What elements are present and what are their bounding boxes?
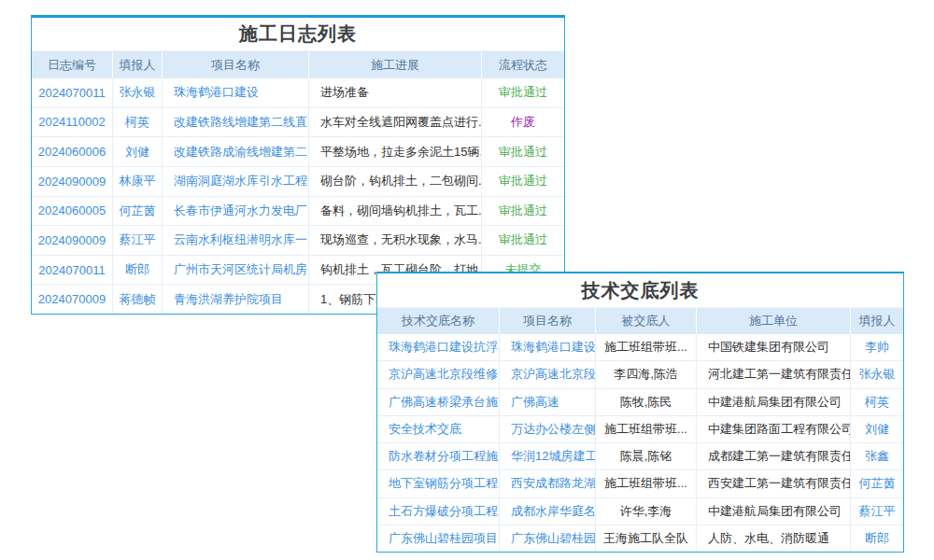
table-row: 2024090009蔡江平云南水利枢纽潜明水库一...现场巡查，无积水现象，水马… (32, 225, 564, 255)
cell-log-id[interactable]: 2024070011 (32, 256, 113, 285)
cell-disclosure-name[interactable]: 地下室钢筋分项工程... (377, 470, 500, 497)
cell-progress: 进场准备 (309, 78, 482, 107)
cell-reporter[interactable]: 蔡江平 (113, 226, 163, 255)
technical-disclosure-header-row: 技术交底名称项目名称被交底人施工单位填报人 (377, 308, 903, 334)
cell-disclosure-name[interactable]: 广东佛山碧桂园项目... (377, 525, 500, 552)
cell-log-id[interactable]: 2024070009 (32, 285, 113, 314)
cell-unit: 成都建工第一建筑有限责任公司 (697, 443, 851, 469)
table-row: 2024060006刘健改建铁路成渝线增建第二...平整场地，拉走多余泥土15辆… (32, 136, 564, 166)
cell-reporter[interactable]: 何芷茵 (851, 470, 903, 497)
cell-project[interactable]: 改建铁路成渝线增建第二... (163, 137, 309, 166)
table-row: 安全技术交底万达办公楼左侧A...施工班组带班...中建集团路面工程有限公司刘健 (377, 415, 903, 442)
cell-unit: 中国铁建集团有限公司 (697, 334, 851, 360)
cell-project[interactable]: 成都水岸华庭名苑... (500, 498, 596, 525)
column-header-status: 流程状态 (482, 51, 564, 78)
technical-disclosure-body: 珠海鹤港口建设抗浮...珠海鹤港口建设施工班组带班...中国铁建集团有限公司李帅… (377, 334, 903, 552)
cell-reporter[interactable]: 刘健 (851, 416, 903, 442)
cell-project[interactable]: 青海洪湖养护院项目 (163, 285, 309, 314)
table-row: 珠海鹤港口建设抗浮...珠海鹤港口建设施工班组带班...中国铁建集团有限公司李帅 (377, 334, 903, 360)
cell-project[interactable]: 京沪高速北京段维修 (500, 361, 596, 387)
cell-disclosure-name[interactable]: 广佛高速桥梁承台施... (377, 389, 500, 415)
cell-project[interactable]: 改建铁路线增建第二线直... (163, 108, 309, 137)
column-header-reporter: 填报人 (113, 51, 163, 78)
cell-reporter[interactable]: 蔡江平 (851, 498, 903, 525)
cell-log-id[interactable]: 2024110002 (32, 108, 113, 137)
cell-status: 审批通过 (482, 137, 564, 166)
cell-reporter[interactable]: 柯英 (113, 108, 163, 137)
table-row: 土石方爆破分项工程...成都水岸华庭名苑...许华,李海中建港航局集团有限公司蔡… (377, 497, 903, 525)
cell-log-id[interactable]: 2024070011 (32, 78, 113, 107)
column-header-project: 项目名称 (163, 51, 309, 78)
cell-reporter[interactable]: 张永银 (851, 361, 903, 387)
cell-progress: 砌台阶，钩机排土，二包砌间... (309, 167, 482, 196)
cell-unit: 中建港航局集团有限公司 (697, 498, 851, 525)
cell-log-id[interactable]: 2024060005 (32, 197, 113, 226)
table-row: 防水卷材分项工程施...华润12城房建工...陈晨,陈铭成都建工第一建筑有限责任… (377, 442, 903, 469)
cell-disclosure-name[interactable]: 土石方爆破分项工程... (377, 498, 500, 525)
column-header-receiver: 被交底人 (596, 308, 697, 334)
cell-project[interactable]: 湖南洞庭湖水库引水工程... (163, 167, 309, 196)
construction-log-header-row: 日志编号填报人项目名称施工进展流程状态 (32, 51, 564, 78)
cell-status: 审批通过 (482, 167, 564, 196)
cell-unit: 河北建工第一建筑有限责任公司 (697, 361, 851, 387)
technical-disclosure-panel: 技术交底列表 技术交底名称项目名称被交底人施工单位填报人 珠海鹤港口建设抗浮..… (376, 272, 904, 553)
cell-receiver: 王海施工队全队 (596, 525, 697, 552)
cell-project[interactable]: 长春市伊通河水力发电厂... (163, 197, 309, 226)
cell-project[interactable]: 珠海鹤港口建设 (163, 78, 309, 107)
cell-project[interactable]: 广佛高速 (500, 389, 596, 415)
cell-progress: 水车对全线遮阳网覆盖点进行... (309, 108, 482, 137)
cell-reporter[interactable]: 蒋德帧 (113, 285, 163, 314)
column-header-reporter: 填报人 (851, 308, 903, 334)
cell-unit: 中建港航局集团有限公司 (697, 389, 851, 415)
cell-reporter[interactable]: 林康平 (113, 167, 163, 196)
table-row: 2024060005何芷茵长春市伊通河水力发电厂...备料，砌间墙钩机排土，瓦工… (32, 196, 564, 226)
cell-receiver: 施工班组带班... (596, 334, 697, 360)
cell-reporter[interactable]: 李帅 (851, 334, 903, 360)
cell-progress: 平整场地，拉走多余泥土15辆... (309, 137, 482, 166)
cell-unit: 人防、水电、消防暖通 (697, 525, 851, 552)
cell-status: 审批通过 (482, 197, 564, 226)
cell-status: 作废 (482, 108, 564, 137)
cell-status: 审批通过 (482, 78, 564, 107)
table-row: 2024110002柯英改建铁路线增建第二线直...水车对全线遮阳网覆盖点进行.… (32, 107, 564, 137)
cell-disclosure-name[interactable]: 安全技术交底 (377, 416, 500, 442)
cell-reporter[interactable]: 柯英 (851, 389, 903, 415)
column-header-log-id: 日志编号 (32, 51, 113, 78)
cell-project[interactable]: 西安成都路龙湖上... (500, 470, 596, 497)
cell-progress: 备料，砌间墙钩机排土，瓦工... (309, 197, 482, 226)
cell-disclosure-name[interactable]: 珠海鹤港口建设抗浮... (377, 334, 500, 360)
table-row: 地下室钢筋分项工程...西安成都路龙湖上...施工班组带班...西安建工第一建筑… (377, 469, 903, 497)
cell-log-id[interactable]: 2024090009 (32, 226, 113, 255)
cell-project[interactable]: 华润12城房建工... (500, 443, 596, 469)
cell-project[interactable]: 云南水利枢纽潜明水库一... (163, 226, 309, 255)
cell-project[interactable]: 广东佛山碧桂园项目 (500, 525, 596, 552)
column-header-unit: 施工单位 (697, 308, 851, 334)
cell-project[interactable]: 珠海鹤港口建设 (500, 334, 596, 360)
cell-log-id[interactable]: 2024060006 (32, 137, 113, 166)
cell-receiver: 许华,李海 (596, 498, 697, 525)
technical-disclosure-title: 技术交底列表 (377, 273, 903, 308)
column-header-progress: 施工进展 (309, 51, 482, 78)
cell-unit: 西安建工第一建筑有限责任公司 (697, 470, 851, 497)
cell-log-id[interactable]: 2024090009 (32, 167, 113, 196)
cell-reporter[interactable]: 刘健 (113, 137, 163, 166)
table-row: 广东佛山碧桂园项目...广东佛山碧桂园项目王海施工队全队人防、水电、消防暖通断郎 (377, 525, 903, 552)
cell-reporter[interactable]: 断郎 (851, 525, 903, 552)
table-row: 2024090009林康平湖南洞庭湖水库引水工程...砌台阶，钩机排土，二包砌间… (32, 166, 564, 196)
cell-reporter[interactable]: 何芷茵 (113, 197, 163, 226)
cell-project[interactable]: 万达办公楼左侧A... (500, 416, 596, 442)
cell-project[interactable]: 广州市天河区统计局机房... (163, 256, 309, 285)
cell-reporter[interactable]: 张永银 (113, 78, 163, 107)
cell-disclosure-name[interactable]: 京沪高速北京段维修... (377, 361, 500, 387)
cell-receiver: 陈晨,陈铭 (596, 443, 697, 469)
construction-log-panel: 施工日志列表 日志编号填报人项目名称施工进展流程状态 2024070011张永银… (31, 15, 565, 315)
table-row: 2024070011张永银珠海鹤港口建设进场准备审批通过 (32, 78, 564, 107)
cell-receiver: 陈牧,陈民 (596, 389, 697, 415)
cell-reporter[interactable]: 张鑫 (851, 443, 903, 469)
cell-receiver: 李四海,陈浩 (596, 361, 697, 387)
column-header-disclosure-name: 技术交底名称 (377, 308, 500, 334)
cell-receiver: 施工班组带班... (596, 470, 697, 497)
cell-receiver: 施工班组带班... (596, 416, 697, 442)
cell-disclosure-name[interactable]: 防水卷材分项工程施... (377, 443, 500, 469)
cell-reporter[interactable]: 断郎 (113, 256, 163, 285)
